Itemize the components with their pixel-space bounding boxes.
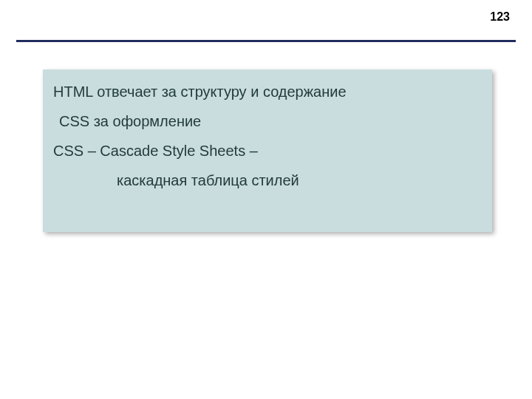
content-line-2: CSS за оформление: [53, 111, 482, 132]
content-line-4: каскадная таблица стилей: [53, 170, 482, 191]
content-line-1: HTML отвечает за структуру и содержание: [53, 81, 482, 102]
header-divider: [16, 40, 516, 42]
content-line-3: CSS – Cascade Style Sheets –: [53, 140, 482, 161]
page-number: 123: [490, 10, 510, 24]
content-panel: HTML отвечает за структуру и содержание …: [43, 69, 492, 232]
